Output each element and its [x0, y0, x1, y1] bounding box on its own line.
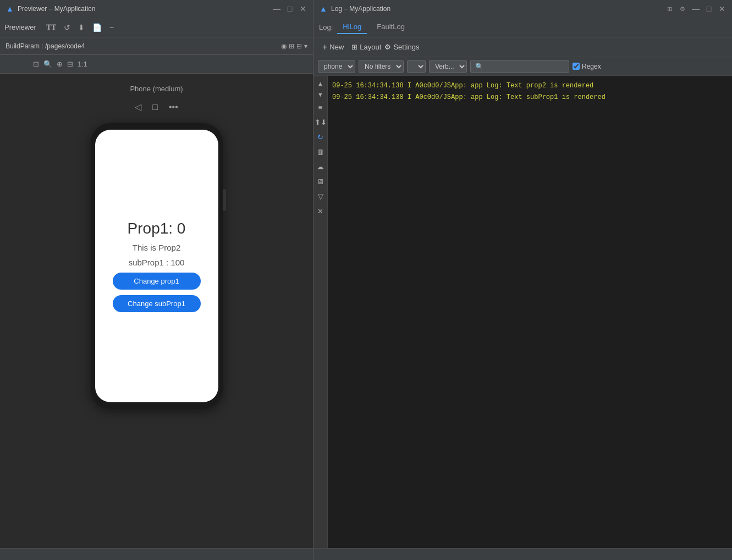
phone-frame: Prop1: 0 This is Prop2 subProp1 : 100 Ch… [91, 123, 223, 409]
wrap-icon[interactable]: ≡ [315, 100, 326, 115]
subprop-display: subProp1 : 100 [129, 258, 185, 267]
layout-label: Layout [360, 43, 381, 51]
tag-filter-select[interactable] [407, 60, 426, 73]
verbosity-filter-select[interactable]: Verb... [429, 60, 467, 73]
right-window-controls: ⊞ ⚙ — □ ✕ [665, 4, 727, 13]
settings-label: Settings [393, 43, 419, 51]
right-layout-icon[interactable]: ⊞ [665, 5, 674, 13]
log-main: ▲ ▼ ≡ ⬆⬇ ↻ 🗑 ☁ 🖥 ▽ ✕ 09-25 16:34:34.138 … [313, 76, 732, 548]
right-title-text: Log – MyApplication [331, 5, 665, 13]
left-minimize-btn[interactable]: — [272, 4, 281, 13]
regex-label: Regex [573, 63, 601, 70]
phone-side-button [223, 189, 226, 211]
layers-icon[interactable]: ⊞ [289, 42, 294, 50]
right-status-bar [313, 548, 732, 560]
right-close-btn[interactable]: ✕ [718, 4, 727, 13]
close-sidebar-icon[interactable]: ✕ [314, 204, 327, 219]
new-button[interactable]: + New [318, 41, 348, 54]
right-minimize-btn[interactable]: — [691, 4, 700, 13]
plus-icon: + [322, 42, 327, 52]
grid-icon[interactable]: ⊟ [296, 42, 302, 50]
font-icon[interactable]: 𝐓𝐓 [44, 21, 58, 33]
tab-faultlog[interactable]: FaultLog [371, 20, 410, 34]
left-status-bar [0, 548, 313, 560]
log-search-input[interactable] [470, 60, 569, 73]
log-sidebar: ▲ ▼ ≡ ⬆⬇ ↻ 🗑 ☁ 🖥 ▽ ✕ [313, 76, 328, 548]
minus-icon[interactable]: − [107, 22, 116, 33]
device-nav: ◁ □ ••• [133, 99, 180, 114]
left-titlebar: ▲ Previewer – MyApplication — □ ✕ [0, 0, 313, 18]
nav-home-btn[interactable]: □ [150, 100, 160, 114]
refresh-icon[interactable]: ↺ [62, 22, 73, 33]
right-app-icon: ▲ [319, 4, 328, 13]
ratio-icon[interactable]: 1:1 [78, 60, 87, 68]
log-controls: + New ⊞ Layout ⚙ Settings [313, 37, 732, 57]
download-icon[interactable]: ⬇ [76, 22, 87, 33]
prop2-display: This is Prop2 [133, 243, 181, 252]
scroll-up-btn[interactable]: ▲ [315, 78, 326, 89]
settings-button[interactable]: ⚙ Settings [384, 43, 419, 51]
right-maximize-btn[interactable]: □ [705, 4, 713, 13]
left-window-controls: — □ ✕ [272, 4, 307, 13]
previewer-toolbar: Previewer 𝐓𝐓 ↺ ⬇ 📄 − [0, 18, 313, 37]
left-panel: Previewer 𝐓𝐓 ↺ ⬇ 📄 − BuildParam : /pages… [0, 18, 313, 560]
change-prop1-btn[interactable]: Change prop1 [113, 273, 201, 290]
delete-icon[interactable]: 🗑 [313, 145, 327, 159]
log-line-2: 09-25 16:34:34.138 I A0c0d0/JSApp: app L… [332, 92, 728, 103]
tab-hilog[interactable]: HiLog [337, 20, 367, 34]
layout-button[interactable]: ⊞ Layout [351, 43, 381, 51]
device-filter-select[interactable]: phone [318, 60, 355, 73]
phone-screen: Prop1: 0 This is Prop2 subProp1 : 100 Ch… [95, 130, 218, 402]
scroll-down-btn[interactable]: ▼ [315, 89, 326, 100]
left-app-icon: ▲ [5, 4, 14, 13]
left-title-text: Previewer – MyApplication [18, 5, 272, 13]
main-content: Previewer 𝐓𝐓 ↺ ⬇ 📄 − BuildParam : /pages… [0, 18, 732, 560]
right-titlebar: ▲ Log – MyApplication ⊞ ⚙ — □ ✕ [313, 0, 732, 18]
log-filter-bar: phone No filters Verb... Regex [313, 57, 732, 76]
file-icon[interactable]: 📄 [90, 22, 104, 33]
left-close-btn[interactable]: ✕ [299, 4, 307, 13]
prop1-display: Prop1: 0 [128, 220, 186, 237]
resize-icon[interactable]: ⊡ [33, 60, 39, 68]
breadcrumb-icons: ◉ ⊞ ⊟ ▾ [281, 42, 307, 50]
settings-gear-icon: ⚙ [384, 43, 391, 51]
title-bars: ▲ Previewer – MyApplication — □ ✕ ▲ Log … [0, 0, 732, 18]
nav-back-btn[interactable]: ◁ [133, 99, 144, 114]
filter-icon[interactable]: ▽ [315, 189, 327, 204]
level-filter-select[interactable]: No filters [359, 60, 404, 73]
device-log-icon[interactable]: 🖥 [313, 174, 327, 189]
device-label: Phone (medium) [130, 85, 183, 93]
phone-screen-content: Prop1: 0 This is Prop2 subProp1 : 100 Ch… [113, 220, 201, 312]
log-toolbar: Log: HiLog FaultLog [313, 18, 732, 37]
left-maximize-btn[interactable]: □ [285, 4, 294, 13]
right-settings-icon[interactable]: ⚙ [678, 5, 687, 13]
view-options-bar: ⊡ 🔍 ⊕ ⊟ 1:1 [0, 55, 313, 74]
regex-checkbox[interactable] [573, 63, 580, 70]
refresh-log-icon[interactable]: ↻ [314, 130, 327, 145]
breadcrumb-text: BuildParam : /pages/code4 [5, 42, 278, 50]
preview-area: Phone (medium) ◁ □ ••• Prop1: 0 This is … [0, 74, 313, 548]
cloud-icon[interactable]: ☁ [313, 159, 327, 174]
change-subprop1-btn[interactable]: Change subProp1 [113, 295, 201, 312]
previewer-toolbar-title: Previewer [4, 23, 36, 31]
log-label: Log: [319, 23, 333, 31]
nav-more-btn[interactable]: ••• [167, 100, 180, 114]
new-label: New [329, 43, 344, 51]
zoom-reset-icon[interactable]: ⊕ [57, 60, 63, 68]
right-panel: Log: HiLog FaultLog + New ⊞ Layout ⚙ Set… [313, 18, 732, 560]
chevron-icon[interactable]: ▾ [304, 42, 307, 50]
profile-icon[interactable]: ◉ [281, 42, 287, 50]
regex-text: Regex [582, 63, 601, 70]
log-content: 09-25 16:34:34.138 I A0c0d0/JSApp: app L… [328, 76, 732, 548]
zoom-out-icon[interactable]: 🔍 [43, 60, 52, 68]
log-line-1: 09-25 16:34:34.138 I A0c0d0/JSApp: app L… [332, 80, 728, 92]
layout-grid-icon: ⊞ [351, 43, 357, 51]
frame-icon[interactable]: ⊟ [67, 60, 73, 68]
breadcrumb-bar: BuildParam : /pages/code4 ◉ ⊞ ⊟ ▾ [0, 37, 313, 55]
